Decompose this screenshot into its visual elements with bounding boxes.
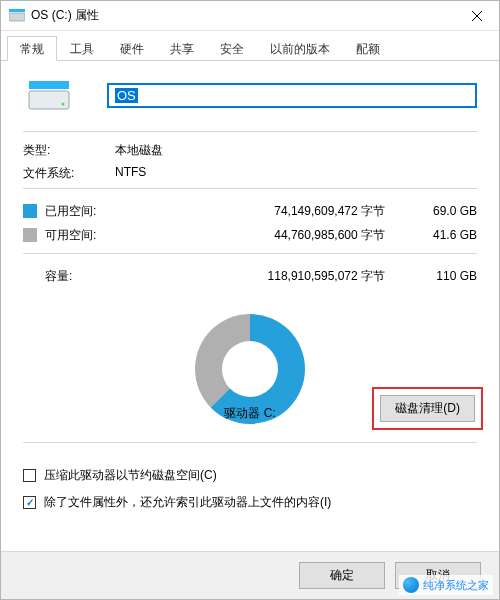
watermark: 纯净系统之家 xyxy=(399,575,493,595)
capacity-gb: 110 GB xyxy=(415,269,477,283)
tab-content: OS 类型: 本地磁盘 文件系统: NTFS 已用空间: 74,149,609,… xyxy=(1,61,499,551)
close-button[interactable] xyxy=(454,1,499,30)
tab-bar: 常规 工具 硬件 共享 安全 以前的版本 配额 xyxy=(1,35,499,61)
used-label: 已用空间: xyxy=(45,203,123,220)
watermark-logo-icon xyxy=(403,577,419,593)
free-color-swatch xyxy=(23,228,37,242)
filesystem-value: NTFS xyxy=(115,165,146,182)
separator xyxy=(23,131,477,132)
svg-point-6 xyxy=(62,103,65,106)
tab-tools[interactable]: 工具 xyxy=(57,36,107,61)
capacity-bytes: 118,910,595,072 字节 xyxy=(123,268,415,285)
separator xyxy=(23,253,477,254)
close-icon xyxy=(472,11,482,21)
type-label: 类型: xyxy=(23,142,115,159)
tab-previous[interactable]: 以前的版本 xyxy=(257,36,343,61)
used-bytes: 74,149,609,472 字节 xyxy=(123,203,415,220)
compress-label: 压缩此驱动器以节约磁盘空间(C) xyxy=(44,467,217,484)
svg-rect-0 xyxy=(9,13,25,21)
tab-sharing[interactable]: 共享 xyxy=(157,36,207,61)
free-gb: 41.6 GB xyxy=(415,228,477,242)
index-label: 除了文件属性外，还允许索引此驱动器上文件的内容(I) xyxy=(44,494,331,511)
disk-cleanup-button[interactable]: 磁盘清理(D) xyxy=(380,395,475,422)
compress-checkbox-row[interactable]: 压缩此驱动器以节约磁盘空间(C) xyxy=(23,467,477,484)
drive-label: 驱动器 C: xyxy=(224,405,275,422)
svg-rect-5 xyxy=(29,81,69,89)
watermark-text: 纯净系统之家 xyxy=(423,578,489,593)
tab-quota[interactable]: 配额 xyxy=(343,36,393,61)
index-checkbox[interactable]: ✓ xyxy=(23,496,36,509)
svg-rect-1 xyxy=(9,9,25,12)
free-bytes: 44,760,985,600 字节 xyxy=(123,227,415,244)
compress-checkbox[interactable] xyxy=(23,469,36,482)
tab-general[interactable]: 常规 xyxy=(7,36,57,61)
index-checkbox-row[interactable]: ✓ 除了文件属性外，还允许索引此驱动器上文件的内容(I) xyxy=(23,494,477,511)
free-label: 可用空间: xyxy=(45,227,123,244)
separator xyxy=(23,188,477,189)
tab-hardware[interactable]: 硬件 xyxy=(107,36,157,61)
svg-rect-4 xyxy=(29,91,69,109)
used-color-swatch xyxy=(23,204,37,218)
drive-name-value: OS xyxy=(115,88,138,103)
capacity-label: 容量: xyxy=(45,268,123,285)
properties-window: OS (C:) 属性 常规 工具 硬件 共享 安全 以前的版本 配额 OS 类型… xyxy=(0,0,500,600)
drive-icon xyxy=(9,9,25,23)
dialog-footer: 确定 取消 纯净系统之家 xyxy=(1,551,499,599)
titlebar: OS (C:) 属性 xyxy=(1,1,499,31)
filesystem-label: 文件系统: xyxy=(23,165,115,182)
separator xyxy=(23,442,477,443)
ok-button[interactable]: 确定 xyxy=(299,562,385,589)
drive-name-input[interactable]: OS xyxy=(107,83,477,108)
used-gb: 69.0 GB xyxy=(415,204,477,218)
tab-security[interactable]: 安全 xyxy=(207,36,257,61)
type-value: 本地磁盘 xyxy=(115,142,163,159)
drive-large-icon xyxy=(27,77,71,113)
window-title: OS (C:) 属性 xyxy=(31,7,454,24)
highlight-box: 磁盘清理(D) xyxy=(372,387,483,430)
